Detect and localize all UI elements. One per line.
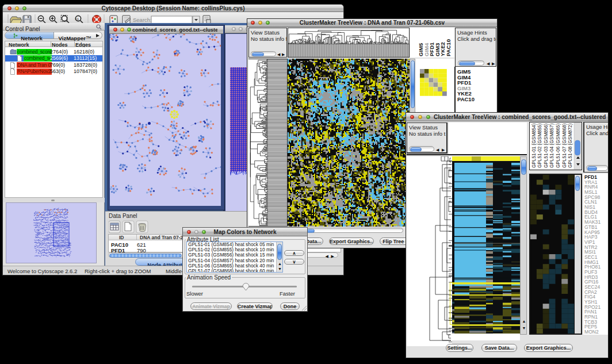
svg-text:GPL51-06 (GSM865): GPL51-06 (GSM865) xyxy=(556,123,561,168)
svg-text:Search:: Search: xyxy=(133,17,152,23)
svg-text:1:1: 1:1 xyxy=(75,18,79,21)
svg-text:GPL51-08 (GSM872): GPL51-08 (GSM872) xyxy=(568,123,573,168)
svg-text:GPL51-07 (GSM868): GPL51-07 (GSM868) xyxy=(562,123,567,168)
svg-text:GPL51-02 (GSM855): GPL51-02 (GSM855) xyxy=(537,123,542,168)
svg-text:GPL51-04 (GSM857): GPL51-04 (GSM857) xyxy=(549,123,554,168)
svg-text:GPL51-03 (GSM856): GPL51-03 (GSM856) xyxy=(544,123,549,168)
svg-text:PAC10: PAC10 xyxy=(445,39,452,56)
svg-text:GPL51-01 (GSM854): GPL51-01 (GSM854) xyxy=(531,123,537,168)
